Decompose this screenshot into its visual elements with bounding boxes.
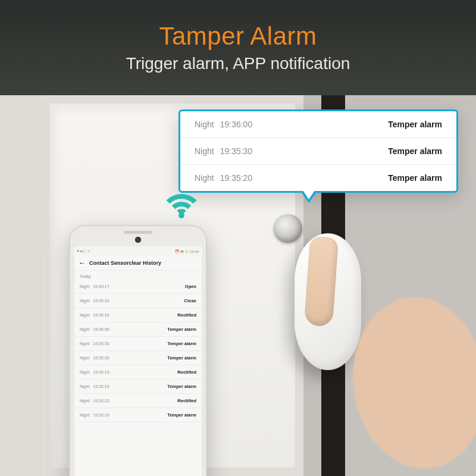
phone-screen: ◧ ▤ ⬚ ᯤ ⏰ ⬒ ⚡ 19:40 ← Contact Sensorclea…: [74, 246, 202, 476]
phone-mockup: ◧ ▤ ⬚ ᯤ ⏰ ⬒ ⚡ 19:40 ← Contact Sensorclea…: [69, 225, 207, 476]
history-section-label: Today: [74, 271, 202, 280]
history-row[interactable]: Night19:36:16Rectified: [74, 308, 202, 322]
history-period: Night: [80, 399, 89, 403]
page-title: Tamper Alarm: [159, 22, 317, 51]
history-period: Night: [80, 313, 89, 317]
history-time: 19:35:30: [93, 342, 109, 346]
phone-camera: [135, 237, 141, 243]
header-band: Tamper Alarm Trigger alarm, APP notifica…: [0, 0, 476, 95]
history-status: Open: [185, 284, 196, 289]
callout-row: Night19:35:30Temper alarm: [180, 138, 456, 165]
history-row[interactable]: Night19:39:43Close: [74, 294, 202, 308]
phone-speaker: [124, 231, 152, 234]
callout-period: Night: [195, 120, 214, 129]
history-time: 19:39:43: [93, 299, 109, 303]
history-period: Night: [80, 413, 89, 417]
app-top-bar: ← Contact Sensorclear History: [74, 256, 202, 271]
history-period: Night: [80, 327, 89, 331]
phone-status-bar: ◧ ▤ ⬚ ᯤ ⏰ ⬒ ⚡ 19:40: [74, 246, 202, 256]
history-time: 19:35:15: [93, 384, 109, 389]
history-time: 19:35:19: [93, 370, 109, 374]
status-right: ⏰ ⬒ ⚡ 19:40: [175, 249, 199, 253]
callout-row: Night19:35:20Temper alarm: [180, 165, 456, 191]
callout-period: Night: [195, 146, 214, 156]
history-status: Rectified: [177, 398, 196, 403]
callout-tail: [300, 191, 317, 203]
history-status: Temper alarm: [167, 341, 196, 346]
history-row[interactable]: Night19:35:20Temper alarm: [74, 351, 202, 365]
history-row[interactable]: Night19:40:17Open: [74, 280, 202, 294]
history-row[interactable]: Night19:36:00Temper alarm: [74, 322, 202, 337]
history-time: 19:32:16: [93, 413, 109, 417]
notification-callout: Night19:36:00Temper alarmNight19:35:30Te…: [178, 109, 458, 193]
history-row[interactable]: Night19:35:19Rectified: [74, 365, 202, 380]
history-time: 19:35:20: [93, 356, 109, 360]
history-row[interactable]: Night19:32:22Rectified: [74, 394, 202, 408]
callout-status: Temper alarm: [388, 120, 442, 129]
history-row[interactable]: Night19:32:16Temper alarm: [74, 408, 202, 422]
callout-time: 19:35:20: [220, 173, 253, 183]
history-period: Night: [80, 356, 89, 360]
history-status: Temper alarm: [167, 355, 196, 361]
history-status: Rectified: [177, 312, 196, 318]
history-period: Night: [80, 284, 89, 289]
history-period: Night: [80, 342, 89, 346]
callout-status: Temper alarm: [388, 146, 442, 156]
history-period: Night: [80, 299, 89, 303]
history-period: Night: [80, 370, 89, 374]
callout-time: 19:36:00: [220, 120, 253, 129]
callout-row: Night19:36:00Temper alarm: [180, 111, 456, 138]
app-title: Contact Sensorclear History: [89, 260, 161, 266]
callout-time: 19:35:30: [220, 146, 253, 156]
door-lock: [274, 214, 302, 243]
history-time: 19:36:16: [93, 313, 109, 317]
history-status: Rectified: [177, 369, 196, 375]
status-left: ◧ ▤ ⬚ ᯤ: [77, 249, 91, 253]
callout-status: Temper alarm: [388, 173, 442, 183]
back-icon[interactable]: ←: [79, 259, 86, 267]
history-period: Night: [80, 384, 89, 389]
page-subtitle: Trigger alarm, APP notification: [126, 54, 350, 73]
history-status: Temper alarm: [167, 412, 196, 418]
history-time: 19:40:17: [93, 284, 109, 289]
history-status: Close: [184, 298, 196, 303]
history-status: Temper alarm: [167, 384, 196, 389]
history-row[interactable]: Night19:35:30Temper alarm: [74, 337, 202, 351]
history-time: 19:36:00: [93, 327, 109, 331]
history-time: 19:32:22: [93, 399, 109, 403]
history-status: Temper alarm: [167, 327, 196, 332]
wifi-icon: [158, 180, 205, 215]
history-row[interactable]: Night19:35:15Temper alarm: [74, 380, 202, 394]
